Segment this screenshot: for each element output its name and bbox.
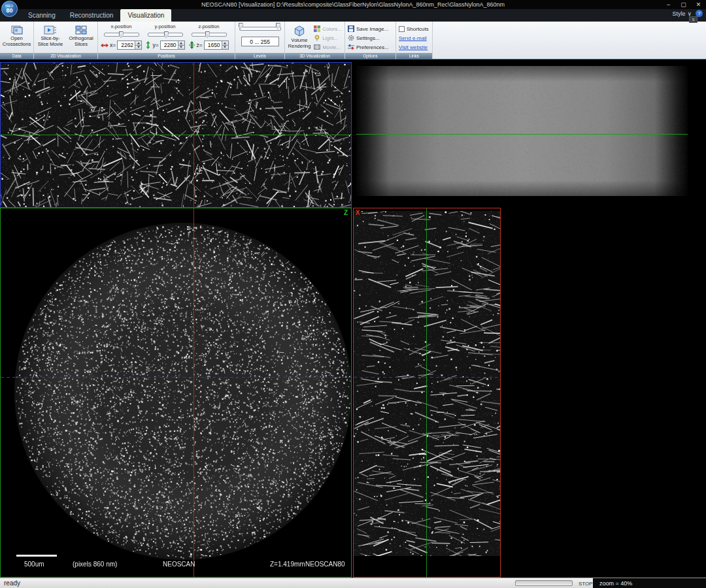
- y-position-value: 2280: [161, 41, 178, 49]
- open-dataset-icon: [10, 25, 24, 35]
- orthogonal-slices-label: Orthogonal Slices: [67, 36, 95, 47]
- x-axis-arrow-icon: [101, 42, 109, 48]
- ribbon-group-3d-visualization: Volume Rendering Colors... Light...: [285, 22, 345, 59]
- y-prefix-label: y=: [152, 42, 158, 48]
- z-position-control: z-position z= 1650: [187, 22, 231, 50]
- ribbon-group-positions: x-position x= 2262 y-position y=: [98, 22, 235, 59]
- progress-bar: [515, 580, 573, 586]
- send-email-label: Send e-mail: [399, 35, 427, 41]
- z-view-label: Z: [344, 209, 348, 216]
- viewport: Z 500um (pixels 860 nm) NEOSCAN Z=1.419m…: [0, 59, 706, 578]
- z-position-slider[interactable]: [192, 33, 227, 37]
- open-crossections-button[interactable]: Open Crossections: [1, 22, 32, 52]
- status-message: ready: [4, 580, 20, 587]
- settings-button[interactable]: Settings...: [346, 34, 390, 42]
- title-bar: NEOSCAN80 [Visualization] D:\Results\com…: [0, 0, 706, 9]
- preferences-sliders-icon: [348, 44, 354, 50]
- minimize-button[interactable]: –: [661, 0, 676, 9]
- maximize-button[interactable]: ▢: [676, 0, 691, 9]
- movie-button[interactable]: Movie...: [312, 43, 343, 51]
- style-s-button[interactable]: S: [689, 16, 698, 23]
- z-spin-down-button[interactable]: [222, 45, 228, 50]
- x-view-label: X: [356, 209, 360, 216]
- ribbon-group-data: Open Crossections Data: [0, 22, 34, 59]
- x-position-control: x-position x= 2262: [99, 22, 143, 50]
- light-label: Light...: [322, 35, 338, 41]
- neoscan-logo: NEO 80: [1, 1, 18, 17]
- tab-visualization[interactable]: Visualization: [120, 9, 171, 22]
- z-prefix-label: z=: [196, 42, 202, 48]
- levels-range-display: 0 ... 255: [241, 37, 279, 46]
- z-position-input[interactable]: 1650: [204, 41, 229, 50]
- projection-crosshair-horizontal: [356, 134, 688, 135]
- projection-view[interactable]: [356, 62, 688, 208]
- shortcuts-toggle[interactable]: Shortcuts: [397, 25, 430, 33]
- x-slice-canvas[interactable]: [354, 208, 500, 577]
- open-crossections-label: Open Crossections: [2, 36, 31, 47]
- ribbon-group-options: Save Image... Settings... Preferences...: [345, 22, 396, 59]
- stop-button[interactable]: STOP: [579, 581, 593, 587]
- z-crosshair-vertical: [193, 208, 194, 577]
- xy-crosshair-vertical: [193, 63, 194, 207]
- group-caption-levels: Levels: [235, 53, 284, 59]
- volume-rendering-button[interactable]: Volume Rendering: [286, 22, 312, 52]
- z-position-header: z-position: [198, 24, 219, 29]
- y-spin-down-button[interactable]: [178, 45, 184, 50]
- x-crosshair-horizontal: [354, 377, 500, 378]
- save-floppy-icon: [348, 25, 354, 32]
- tab-scanning[interactable]: Scanning: [21, 9, 63, 22]
- orthogonal-slices-button[interactable]: Orthogonal Slices: [66, 22, 96, 52]
- slice-by-slice-movie-button[interactable]: Slice-by-Slice Movie: [35, 22, 65, 52]
- play-movie-icon: [44, 25, 57, 35]
- ribbon-group-2d-visualization: Slice-by-Slice Movie Orthogonal Slices 2…: [34, 22, 98, 59]
- y-slider-thumb[interactable]: [164, 31, 169, 38]
- gear-icon: [348, 35, 354, 41]
- xy-crosshair-horizontal: [1, 135, 351, 135]
- zoom-indicator: zoom = 40%: [593, 578, 706, 588]
- close-button[interactable]: ✕: [691, 0, 706, 9]
- preferences-button[interactable]: Preferences...: [346, 43, 390, 51]
- x-slider-thumb[interactable]: [119, 31, 124, 38]
- z-crosshair-horizontal: [1, 377, 351, 378]
- group-caption-3d-visualization: 3D Visualization: [285, 53, 345, 59]
- z-slice-canvas[interactable]: [1, 208, 351, 577]
- light-bulb-icon: [314, 35, 320, 41]
- projection-canvas[interactable]: [356, 62, 688, 208]
- x-position-input[interactable]: 2262: [117, 41, 142, 50]
- x-spin-down-button[interactable]: [135, 45, 141, 50]
- group-caption-data: Data: [0, 53, 33, 59]
- z-slider-thumb[interactable]: [205, 31, 210, 38]
- ribbon: Open Crossections Data Slice-by-Slice Mo…: [0, 22, 706, 59]
- y-position-slider[interactable]: [148, 33, 183, 37]
- levels-slider[interactable]: [239, 25, 282, 31]
- shortcuts-label: Shortcuts: [407, 26, 429, 32]
- x-slice-view[interactable]: X: [353, 208, 501, 578]
- xy-slice-view[interactable]: [0, 62, 352, 208]
- y-position-input[interactable]: 2280: [160, 41, 185, 50]
- zoom-label: zoom = 40%: [599, 580, 632, 587]
- z-slice-view[interactable]: Z 500um (pixels 860 nm) NEOSCAN Z=1.419m…: [0, 208, 352, 578]
- z-position-value: 1650: [205, 41, 222, 49]
- colors-label: Colors...: [322, 26, 342, 32]
- shortcuts-checkbox[interactable]: [399, 26, 405, 32]
- x-position-slider[interactable]: [104, 33, 139, 37]
- y-position-header: y-position: [154, 24, 175, 29]
- colors-button[interactable]: Colors...: [312, 25, 343, 33]
- visit-website-link[interactable]: Visit website: [397, 43, 430, 51]
- save-image-button[interactable]: Save Image...: [346, 25, 390, 33]
- group-caption-positions: Positions: [98, 53, 235, 59]
- volume-rendering-icon: [292, 25, 307, 37]
- ribbon-group-levels: 0 ... 255 Levels: [235, 22, 285, 59]
- y-axis-arrow-icon: [145, 41, 151, 49]
- tab-reconstruction[interactable]: Reconstruction: [63, 9, 121, 22]
- send-email-link[interactable]: Send e-mail: [397, 34, 430, 42]
- slice-by-slice-movie-label: Slice-by-Slice Movie: [36, 36, 65, 47]
- orthogonal-slices-icon: [75, 25, 88, 35]
- light-button[interactable]: Light...: [312, 34, 343, 42]
- save-image-label: Save Image...: [356, 26, 388, 32]
- z-position-overlay: Z=1.419mm: [270, 561, 305, 568]
- volume-rendering-label: Volume Rendering: [287, 38, 312, 49]
- levels-slider-groove[interactable]: [239, 27, 281, 31]
- scale-bar-label: 500um: [24, 561, 44, 568]
- preferences-label: Preferences...: [356, 44, 389, 50]
